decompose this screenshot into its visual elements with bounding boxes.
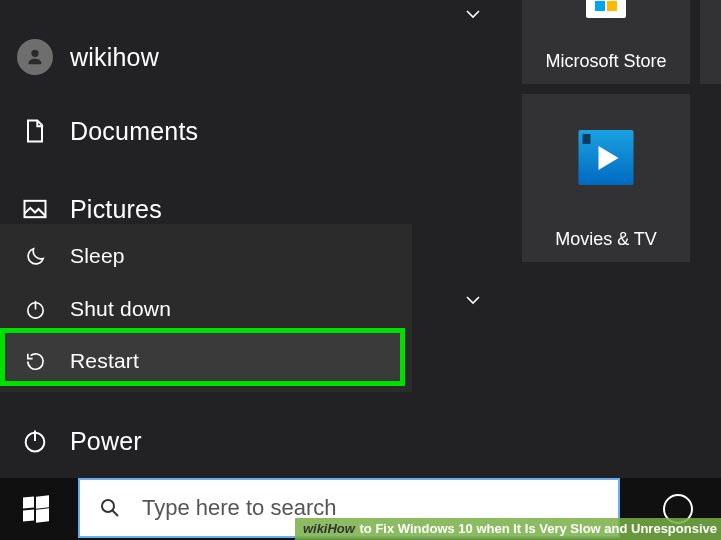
power-item[interactable]: Power	[0, 410, 412, 472]
tile-microsoft-store[interactable]: Microsoft Store	[522, 0, 690, 84]
watermark-title: to Fix Windows 10 when It Is Very Slow a…	[356, 521, 717, 536]
shutdown-label: Shut down	[70, 297, 171, 321]
pictures-icon	[21, 195, 49, 223]
user-account-item[interactable]: wikihow	[0, 26, 412, 88]
start-button[interactable]	[0, 478, 72, 540]
documents-item[interactable]: Documents	[0, 100, 412, 162]
watermark-brand: wikiHow	[303, 521, 355, 536]
power-icon	[24, 298, 47, 321]
movies-tv-icon	[579, 130, 634, 185]
taskbar: wikiHow to Fix Windows 10 when It Is Ver…	[0, 478, 721, 540]
pictures-label: Pictures	[70, 195, 162, 224]
tile-movies-label: Movies & TV	[522, 229, 690, 250]
restart-icon	[24, 350, 47, 373]
start-places-panel: wikihow Documents Pictures Sleep	[0, 0, 434, 478]
svg-line-6	[113, 511, 119, 517]
chevron-down-icon[interactable]	[465, 292, 481, 308]
wikihow-watermark: wikiHow to Fix Windows 10 when It Is Ver…	[295, 518, 721, 540]
power-icon	[21, 427, 49, 455]
power-label: Power	[70, 427, 142, 456]
restart-item[interactable]: Restart	[0, 330, 412, 392]
chevron-down-icon[interactable]	[465, 6, 481, 22]
tile-weather[interactable]: W	[700, 0, 721, 84]
sleep-icon	[24, 245, 47, 268]
windows-logo-icon	[23, 496, 49, 522]
document-icon	[21, 117, 49, 145]
tile-store-label: Microsoft Store	[522, 51, 690, 72]
svg-point-5	[102, 500, 114, 512]
sleep-label: Sleep	[70, 244, 125, 268]
user-label: wikihow	[70, 43, 159, 72]
user-icon	[17, 39, 53, 75]
restart-label: Restart	[70, 349, 139, 373]
search-icon	[80, 496, 140, 520]
documents-label: Documents	[70, 117, 198, 146]
svg-rect-0	[25, 201, 46, 217]
start-tiles-area: Microsoft Store W Movies & TV	[434, 0, 721, 478]
tile-movies-tv[interactable]: Movies & TV	[522, 94, 690, 262]
tile-weather-label: W	[700, 51, 721, 72]
microsoft-store-icon	[586, 0, 626, 18]
